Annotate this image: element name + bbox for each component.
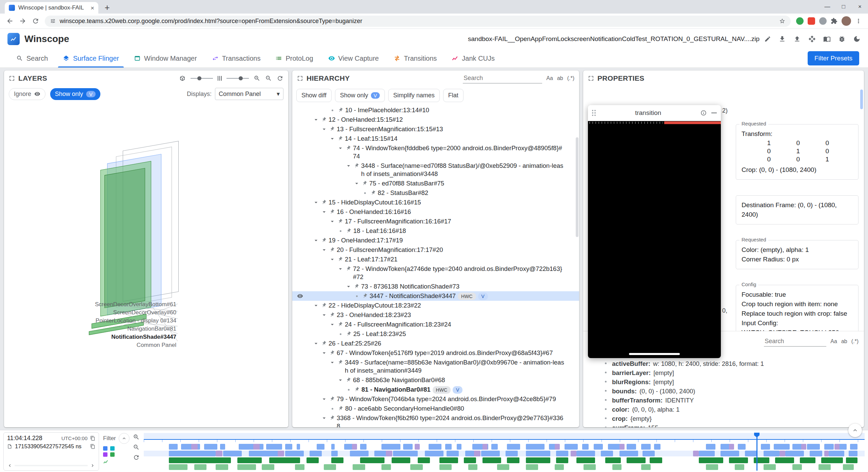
expand-panel-icon[interactable] [297, 75, 303, 81]
hierarchy-node[interactable]: 19 - OneHanded:17:17#19 [292, 236, 579, 245]
property-node[interactable]: barrierLayer:[empty] [589, 368, 859, 377]
layer-label[interactable]: NotificationShade#3447 [111, 334, 176, 340]
ignore-button[interactable]: Ignore [9, 88, 45, 100]
property-node[interactable]: bufferTransform:IDENTITY [589, 396, 859, 405]
hierarchy-node[interactable]: 16 - OneHanded:16:16#16 [292, 207, 579, 217]
property-node[interactable]: bounds:(0, 0) - (1080, 2400) [589, 387, 859, 396]
zoom-out-icon[interactable] [133, 444, 140, 451]
trace-legend-line-icon[interactable] [103, 459, 108, 465]
back-icon[interactable] [6, 17, 14, 25]
expand-panel-icon[interactable] [9, 75, 15, 81]
property-node[interactable]: blurRegions:[empty] [589, 377, 859, 387]
extensions-puzzle-icon[interactable] [831, 18, 837, 24]
url-bar[interactable]: winscope.teams.x20web.corp.google.com/pr… [45, 16, 791, 27]
reset-view-icon[interactable] [277, 75, 283, 82]
hierarchy-node[interactable]: 25 - Leaf:18:23#25 [292, 329, 579, 339]
tab-search[interactable]: Search [9, 49, 55, 67]
hierarchy-node[interactable]: 3447 - NotificationShade#3447HWCV [292, 291, 579, 301]
hierarchy-node[interactable]: 20 - FullscreenMagnification:17:17#20 [292, 245, 579, 255]
window-close-button[interactable]: × [852, 0, 868, 14]
hierarchy-node[interactable]: 10 - ImePlaceholder:13:14#10 [292, 105, 579, 115]
tab-window-manager[interactable]: Window Manager [126, 49, 204, 67]
hierarchy-node[interactable]: 24 - FullscreenMagnification:18:23#24 [292, 320, 579, 329]
hierarchy-search-input[interactable] [463, 73, 542, 83]
regex-icon[interactable]: (.*) [851, 338, 859, 345]
trace-legend-icon[interactable] [110, 452, 115, 457]
timeline-mini-scrollbar[interactable] [15, 465, 88, 466]
hierarchy-node[interactable]: 67 - WindowToken{e5176f9 type=2019 andro… [292, 348, 579, 358]
trace-legend-icon[interactable] [103, 452, 107, 457]
window-maximize-button[interactable]: □ [835, 0, 852, 14]
dark-mode-icon[interactable] [853, 35, 861, 43]
drag-handle-icon[interactable] [592, 110, 596, 116]
layer-label[interactable]: Common Panel [137, 342, 176, 349]
tab-surface-flinger[interactable]: Surface Flinger [55, 49, 126, 67]
button-flat[interactable]: Flat [443, 89, 463, 102]
hierarchy-node[interactable]: 73 - 8736138 NotificationShade#73 [292, 282, 579, 291]
layer-label[interactable]: NavigationBar0#81 [127, 326, 176, 332]
properties-scrollbar[interactable] [860, 90, 863, 109]
hierarchy-node[interactable]: 13 - FullscreenMagnification:15:15#13 [292, 124, 579, 134]
properties-search-input[interactable] [764, 336, 826, 347]
info-icon[interactable] [701, 110, 707, 116]
button-show-only[interactable]: Show onlyV [335, 89, 385, 102]
hierarchy-node[interactable]: 79 - WindowToken{7046b4a type=2024 andro… [292, 394, 579, 404]
scroll-left-icon[interactable] [7, 463, 13, 468]
zoom-in-icon[interactable] [254, 75, 260, 82]
profile-avatar[interactable] [842, 16, 851, 26]
browser-menu-icon[interactable] [855, 18, 862, 24]
window-minimize-button[interactable]: — [819, 0, 835, 14]
layers-3d-canvas[interactable]: ScreenDecorOverlayBottom#61ScreenDecorOv… [4, 102, 288, 427]
expand-panel-icon[interactable] [588, 75, 594, 81]
match-word-icon[interactable]: ab [841, 338, 847, 345]
trace-legend-icon[interactable] [103, 446, 107, 451]
hierarchy-node[interactable]: 15 - HideDisplayCutout:16:16#15 [292, 198, 579, 207]
zoom-out-icon[interactable] [265, 75, 272, 82]
transition-screenshot-window[interactable]: transition [588, 105, 721, 358]
hierarchy-node[interactable]: 82 - StatusBar#82 [292, 188, 579, 198]
hierarchy-node[interactable]: 80 - ace6abb SecondaryHomeHandle0#80 [292, 404, 579, 413]
minimize-window-icon[interactable] [711, 113, 717, 113]
scroll-right-icon[interactable] [90, 463, 95, 468]
spacing-slider[interactable] [226, 78, 249, 79]
hierarchy-node[interactable]: 14 - Leaf:15:15#14 [292, 134, 579, 143]
regex-icon[interactable]: (.*) [567, 75, 574, 81]
button-simplify-names[interactable]: Simplify names [388, 89, 440, 102]
displays-select[interactable]: Common Panel ▾ [215, 88, 283, 100]
visibility-icon[interactable] [297, 293, 303, 299]
property-node[interactable]: activeBuffer:w: 1080, h: 2400, stride: 2… [589, 359, 859, 368]
match-case-icon[interactable]: Aa [546, 75, 553, 81]
documentation-icon[interactable] [823, 35, 831, 43]
hierarchy-node[interactable]: 75 - ed70f88 StatusBar#75 [292, 179, 579, 188]
hierarchy-node[interactable]: 81 - NavigationBar0#81HWCV [292, 385, 579, 394]
window-title-bar[interactable]: transition [588, 105, 721, 121]
filter-collapse-button[interactable] [119, 433, 130, 444]
hierarchy-node[interactable]: 17 - FullscreenMagnification:16:16#17 [292, 217, 579, 226]
hierarchy-node[interactable]: 3448 - Surface(name=ed70f88 StatusBar)/@… [292, 161, 579, 179]
timeline-canvas[interactable] [144, 433, 865, 471]
reset-zoom-icon[interactable] [133, 454, 140, 461]
hierarchy-node[interactable]: 3368 - WindowToken{f6b2f60 type=2024 and… [292, 413, 579, 427]
browser-tab[interactable]: Winscope | sandbox-FAIL × [5, 2, 98, 14]
rotation-slider[interactable] [191, 78, 213, 79]
download-icon[interactable] [778, 35, 786, 43]
tab-transitions[interactable]: Transitions [386, 49, 444, 67]
property-node[interactable]: crop:{empty} [589, 414, 859, 423]
hierarchy-node[interactable]: 23 - OneHanded:18:23#23 [292, 310, 579, 320]
match-case-icon[interactable]: Aa [830, 338, 837, 345]
forward-icon[interactable] [19, 17, 26, 25]
hierarchy-node[interactable]: 26 - Leaf:25:25#26 [292, 339, 579, 348]
bug-report-icon[interactable] [838, 35, 846, 43]
tab-transactions[interactable]: Transactions [204, 49, 268, 67]
new-tab-button[interactable]: + [102, 2, 113, 13]
hierarchy-node[interactable]: 74 - WindowToken{fdddbe6 type=2000 andro… [292, 143, 579, 161]
copy-icon[interactable] [90, 444, 95, 449]
hierarchy-scrollbar[interactable] [576, 137, 578, 237]
layer-label[interactable]: PointerLocation - display 0#134 [96, 317, 176, 324]
hierarchy-node[interactable]: 18 - Leaf:16:16#18 [292, 226, 579, 236]
site-settings-icon[interactable] [50, 18, 56, 24]
rotation-3d-icon[interactable] [179, 75, 186, 82]
extension-icon-2[interactable] [808, 17, 815, 25]
upload-icon[interactable] [793, 35, 801, 43]
cross-tool-icon[interactable] [808, 35, 816, 43]
